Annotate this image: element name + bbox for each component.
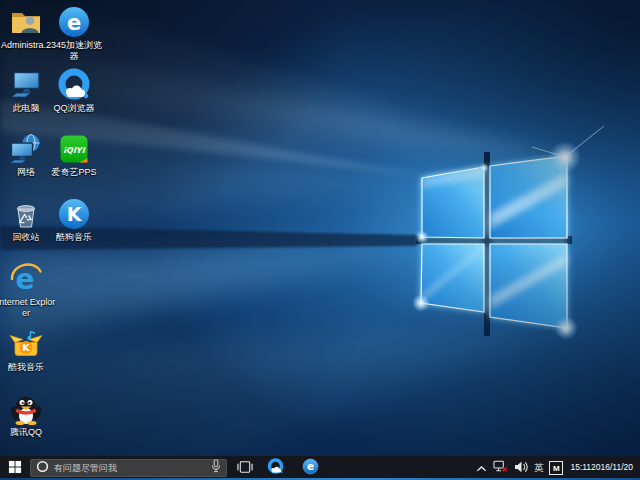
desktop-icon-tencent-qq[interactable]: 腾讯QQ <box>0 392 56 438</box>
search-placeholder: 有问题尽管问我 <box>54 462 206 475</box>
taskbar-2345-explorer-button[interactable]: e <box>296 456 324 480</box>
desktop-screen: Administra... e 2345加速浏览器 此电脑 <box>0 0 640 480</box>
internet-explorer-icon: e <box>9 262 43 296</box>
taskbar-search-box[interactable]: 有问题尽管问我 <box>30 459 227 477</box>
speaker-icon <box>514 459 528 477</box>
desktop-icon-label: 网络 <box>17 167 35 178</box>
qq-browser-icon <box>57 68 91 102</box>
desktop-icon-iqiyi-pps[interactable]: iQIYI 爱奇艺PPS <box>44 132 104 178</box>
svg-text:iQIYI: iQIYI <box>63 146 85 155</box>
iqiyi-icon: iQIYI <box>57 132 91 166</box>
svg-text:K: K <box>22 342 30 353</box>
desktop-icon-kuwo-music[interactable]: K 酷我音乐 <box>0 327 56 373</box>
desktop-icon-kugou-music[interactable]: K 酷狗音乐 <box>44 197 104 243</box>
recycle-bin-icon <box>9 197 43 231</box>
kuwo-icon: K <box>9 327 43 361</box>
tray-language-indicator[interactable]: 英 <box>531 456 547 480</box>
desktop-icon-qq-browser[interactable]: QQ浏览器 <box>44 68 104 114</box>
desktop-icon-label: 酷我音乐 <box>8 362 44 373</box>
tray-volume[interactable] <box>511 456 531 480</box>
tray-clock[interactable]: 15:11 2016/11/20 <box>566 456 640 480</box>
desktop-icon-label: 此电脑 <box>13 103 40 114</box>
cortana-icon <box>36 459 49 477</box>
tray-network[interactable] <box>490 456 511 480</box>
taskbar-qq-browser-button[interactable] <box>261 456 289 480</box>
system-tray: 英 M 15:11 2016/11/20 <box>473 456 640 480</box>
desktop-icon-label: 腾讯QQ <box>10 427 42 438</box>
tray-ime[interactable]: M <box>546 456 566 480</box>
ime-mode-icon: M <box>549 461 563 475</box>
desktop-icon-label: 爱奇艺PPS <box>51 167 96 178</box>
chevron-up-icon <box>476 459 487 477</box>
start-button[interactable] <box>0 456 30 480</box>
desktop-icon-label: 酷狗音乐 <box>56 232 92 243</box>
qq-penguin-icon <box>9 392 43 426</box>
user-folder-icon <box>9 5 43 39</box>
microphone-icon[interactable] <box>211 459 221 477</box>
tray-show-hidden-icons[interactable] <box>473 456 490 480</box>
desktop-icon-label: QQ浏览器 <box>53 103 94 114</box>
desktop-icon-label: 回收站 <box>13 232 40 243</box>
svg-text:K: K <box>67 203 83 225</box>
desktop-icon-2345-explorer[interactable]: e 2345加速浏览器 <box>44 5 104 61</box>
network-disconnected-icon <box>493 459 508 477</box>
qq-browser-icon <box>267 458 284 478</box>
task-view-button[interactable] <box>231 456 259 480</box>
windows-logo-icon <box>8 460 22 477</box>
2345-browser-icon: e <box>57 5 91 39</box>
computer-icon <box>9 68 43 102</box>
desktop-icon-internet-explorer[interactable]: e Internet Explorer <box>0 262 56 318</box>
network-globe-icon <box>9 132 43 166</box>
clock-time: 15:11 <box>570 463 591 473</box>
kugou-icon: K <box>57 197 91 231</box>
desktop-icon-label: 2345加速浏览器 <box>44 40 104 61</box>
svg-text:e: e <box>306 460 313 472</box>
svg-text:e: e <box>67 11 81 35</box>
desktop-icon-label: Internet Explorer <box>0 297 56 318</box>
task-view-icon <box>237 460 253 477</box>
2345-browser-icon: e <box>302 458 319 478</box>
clock-date: 2016/11/20 <box>591 463 633 473</box>
